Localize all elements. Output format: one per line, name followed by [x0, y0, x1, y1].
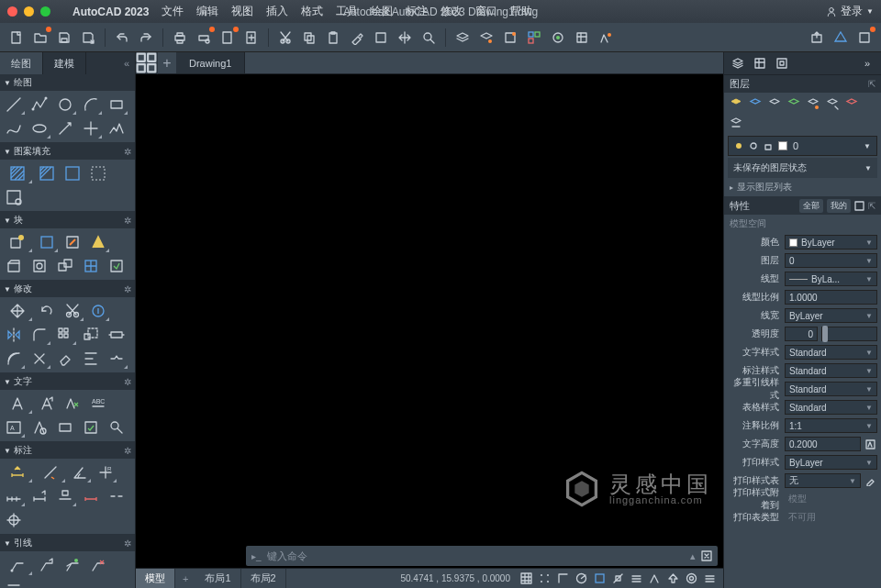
login-button[interactable]: 登录 ▼ — [826, 4, 874, 19]
dim-break-tool[interactable] — [105, 485, 128, 507]
text-scale-tool[interactable] — [105, 416, 128, 438]
layer-state-button[interactable] — [475, 27, 497, 49]
props-filter-all[interactable]: 全部 — [799, 199, 823, 213]
wipeout-tool[interactable] — [2, 186, 26, 208]
break-tool[interactable] — [105, 348, 128, 370]
new-button[interactable] — [6, 27, 28, 49]
group-header-leader[interactable]: ▼引线✲ — [0, 535, 135, 551]
match-props-button[interactable] — [346, 27, 368, 49]
layout2-tab[interactable]: 布局2 — [241, 569, 286, 588]
layer-thaw-tool[interactable] — [786, 95, 802, 112]
cmd-expand-icon[interactable] — [701, 550, 712, 561]
create-block-tool[interactable] — [35, 231, 59, 253]
polar-toggle[interactable] — [573, 571, 589, 587]
notification-button[interactable] — [830, 27, 852, 49]
arc-tool[interactable] — [79, 94, 103, 116]
palette-tab-draw[interactable]: 绘图 — [0, 52, 43, 74]
zoom-button[interactable] — [418, 27, 440, 49]
prop-val-tblstyle[interactable]: Standard▼ — [785, 400, 877, 415]
cloud-button[interactable] — [853, 27, 875, 49]
dim-angular-tool[interactable] — [68, 461, 92, 483]
prop-val-layer[interactable]: 0▼ — [785, 253, 877, 268]
layer-off-tool[interactable] — [747, 95, 764, 112]
trim-tool[interactable] — [61, 300, 84, 322]
dim-center-tool[interactable] — [2, 509, 26, 531]
scale-tool[interactable] — [79, 324, 103, 346]
open-button[interactable] — [29, 27, 51, 49]
rectangle-tool[interactable] — [105, 94, 128, 116]
mleader-collect-tool[interactable] — [28, 578, 51, 588]
palette-collapse-button[interactable]: « — [118, 58, 135, 69]
minimize-window-button[interactable] — [24, 6, 34, 17]
rotate-tool[interactable] — [35, 300, 59, 322]
insert-block-tool[interactable] — [2, 231, 33, 253]
circle-tool[interactable] — [53, 94, 77, 116]
group-header-text[interactable]: ▼文字✲ — [0, 373, 135, 390]
publish-button[interactable] — [217, 27, 239, 49]
saveas-button[interactable] — [77, 27, 99, 49]
block-tool-4[interactable] — [79, 255, 103, 277]
ellipse-tool[interactable] — [28, 117, 51, 139]
hatch-tool[interactable] — [2, 162, 33, 184]
save-button[interactable] — [53, 27, 75, 49]
props-quick-icon[interactable] — [854, 201, 864, 211]
dim-linear-tool[interactable] — [2, 461, 33, 483]
boundary-tool[interactable] — [61, 162, 84, 184]
plot-table-edit-icon[interactable] — [863, 473, 877, 488]
otrack-toggle[interactable] — [609, 571, 626, 587]
prop-val-pstyle[interactable]: ByLayer▼ — [785, 455, 877, 470]
markup-button[interactable] — [595, 27, 617, 49]
props-filter-mine[interactable]: 我的 — [827, 199, 851, 213]
share-button[interactable] — [806, 27, 828, 49]
menu-view[interactable]: 视图 — [231, 4, 253, 19]
cmd-history-up-icon[interactable]: ▴ — [690, 550, 696, 562]
snap-toggle[interactable] — [536, 571, 552, 587]
region-tool[interactable] — [86, 162, 110, 184]
polyline-tool[interactable] — [28, 94, 51, 116]
mleader-tool[interactable] — [2, 554, 33, 576]
lweight-toggle[interactable] — [628, 571, 644, 587]
text-edit-tool[interactable] — [61, 393, 84, 415]
drawing-canvas[interactable]: 灵感中国 lingganchina.com — [136, 74, 723, 546]
prop-val-theight[interactable]: 0.2000 — [785, 437, 861, 451]
copy-button[interactable] — [298, 27, 320, 49]
stretch-tool[interactable] — [105, 324, 128, 346]
prop-val-transp[interactable]: 0 — [785, 327, 818, 341]
layer-props-button[interactable] — [452, 27, 474, 49]
layer-lock-tool[interactable] — [805, 95, 821, 112]
sheet-set-button[interactable] — [571, 27, 593, 49]
menu-edit[interactable]: 编辑 — [196, 4, 218, 19]
erase-tool[interactable] — [53, 348, 77, 370]
menu-modify[interactable]: 修改 — [440, 4, 463, 19]
properties-panel-header[interactable]: 特性 全部 我的 ⇱ — [724, 196, 881, 215]
dim-style-tool[interactable] — [28, 485, 51, 507]
group-header-draw[interactable]: ▼绘图 — [0, 74, 135, 91]
layer-on-tool[interactable] — [728, 95, 744, 112]
design-center-button[interactable] — [523, 27, 545, 49]
app-name[interactable]: AutoCAD 2023 — [72, 6, 149, 18]
panel-collapse-button[interactable]: » — [857, 54, 877, 72]
layer-state-selector[interactable]: 未保存的图层状态▼ — [728, 158, 877, 178]
dyn-toggle[interactable] — [646, 571, 663, 587]
layout-add-button[interactable]: + — [175, 573, 195, 584]
tool-palette-button[interactable] — [547, 27, 569, 49]
undo-button[interactable] — [111, 27, 133, 49]
grid-toggle[interactable] — [518, 571, 534, 587]
offset-tool[interactable] — [2, 348, 26, 370]
layers-panel-tab[interactable] — [728, 54, 748, 72]
xref-button[interactable] — [499, 27, 521, 49]
new-tab-button[interactable]: + — [158, 55, 176, 72]
blocks-panel-tab[interactable] — [772, 54, 792, 72]
group-header-modify[interactable]: ▼修改✲ — [0, 281, 135, 297]
menu-file[interactable]: 文件 — [162, 4, 184, 19]
close-window-button[interactable] — [7, 6, 17, 17]
plot-preview-button[interactable] — [193, 27, 215, 49]
mirror-tool[interactable] — [2, 324, 26, 346]
text-height-picker-icon[interactable] — [863, 437, 877, 451]
block-editor-button[interactable] — [370, 27, 392, 49]
document-tab[interactable]: Drawing1 — [176, 52, 245, 73]
align-tool[interactable] — [79, 348, 103, 370]
prop-val-mlstyle[interactable]: Standard▼ — [785, 382, 877, 396]
anno-toggle[interactable] — [664, 571, 681, 587]
block-tool-3[interactable] — [53, 255, 77, 277]
